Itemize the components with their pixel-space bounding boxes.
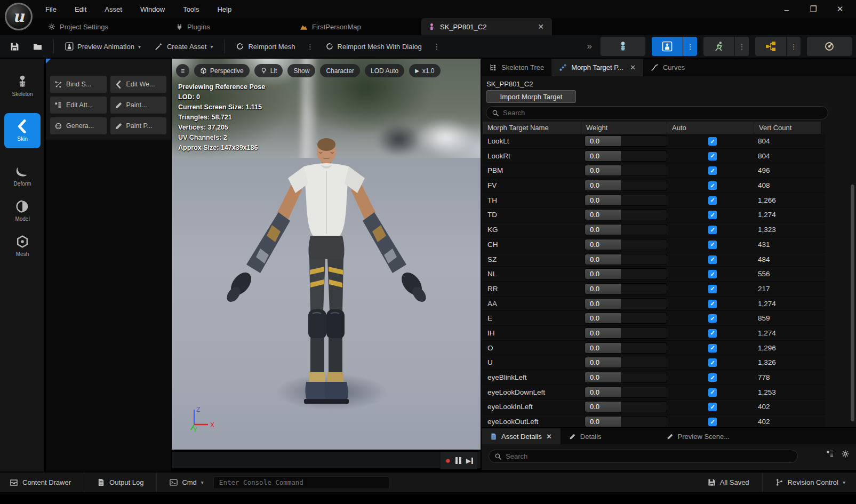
menu-item-window[interactable]: Window	[133, 3, 172, 15]
auto-checkbox[interactable]: ✓	[708, 152, 717, 161]
table-row[interactable]: TD 0.0 ✓ 1,274	[483, 207, 825, 222]
edit-weights-button[interactable]: Edit We...	[110, 76, 167, 93]
auto-checkbox[interactable]: ✓	[708, 314, 717, 323]
preview-animation-button[interactable]: Preview Animation▾	[60, 39, 146, 54]
auto-checkbox[interactable]: ✓	[708, 196, 717, 205]
import-morph-target-button[interactable]: Import Morph Target	[486, 90, 576, 103]
view-mode-selector[interactable]: Lit	[254, 64, 283, 77]
morph-weight-input[interactable]: 0.0	[585, 387, 667, 398]
table-row[interactable]: SZ 0.0 ✓ 484	[483, 252, 825, 267]
tab-preview-scene[interactable]: Preview Scene...	[658, 428, 739, 444]
animation-timeline[interactable]: ● ▶	[172, 451, 481, 468]
morph-search-input[interactable]	[503, 109, 822, 117]
console-command-input[interactable]	[213, 476, 389, 489]
sidebar-item-skin[interactable]: Skin	[4, 113, 41, 148]
auto-checkbox[interactable]: ✓	[708, 329, 717, 338]
auto-checkbox[interactable]: ✓	[708, 255, 717, 264]
details-search-input[interactable]	[506, 452, 792, 460]
table-row[interactable]: U 0.0 ✓ 1,326	[483, 355, 825, 370]
morph-weight-input[interactable]: 0.0	[585, 298, 667, 309]
morph-weight-input[interactable]: 0.0	[585, 195, 667, 206]
blueprint-editor-mode-button[interactable]	[755, 37, 786, 56]
reimport-mesh-with-dialog-button[interactable]: Reimport Mesh With Dialog	[321, 39, 427, 54]
menu-item-tools[interactable]: Tools	[176, 3, 206, 15]
table-row[interactable]: KG 0.0 ✓ 1,323	[483, 222, 825, 237]
table-row[interactable]: eyeLookOutLeft 0.0 ✓ 402	[483, 414, 825, 427]
auto-checkbox[interactable]: ✓	[708, 226, 717, 234]
column-header-weight[interactable]: Weight	[581, 122, 667, 134]
tab-project-settings[interactable]: Project Settings	[42, 18, 115, 35]
auto-checkbox[interactable]: ✓	[708, 181, 717, 190]
morph-weight-input[interactable]: 0.0	[585, 239, 667, 250]
auto-checkbox[interactable]: ✓	[708, 137, 717, 146]
kebab-menu-icon[interactable]: ⋮	[431, 42, 443, 51]
reimport-mesh-button[interactable]: Reimport Mesh	[231, 39, 300, 54]
morph-weight-input[interactable]: 0.0	[585, 165, 667, 176]
column-header-vert-count[interactable]: Vert Count	[754, 122, 821, 134]
edit-attributes-button[interactable]: Edit Att...	[50, 97, 107, 114]
tab-first-person-map[interactable]: FirstPersonMap	[293, 18, 367, 35]
pause-button[interactable]	[455, 457, 461, 464]
morph-weight-input[interactable]: 0.0	[585, 342, 667, 354]
save-button[interactable]	[5, 39, 24, 54]
auto-checkbox[interactable]: ✓	[708, 388, 717, 397]
auto-checkbox[interactable]: ✓	[708, 270, 717, 278]
lod-selector[interactable]: LOD Auto	[365, 64, 404, 77]
browse-to-asset-button[interactable]	[28, 39, 47, 54]
table-row[interactable]: FV 0.0 ✓ 408	[483, 178, 825, 193]
table-row[interactable]: TH 0.0 ✓ 1,266	[483, 193, 825, 208]
generate-button[interactable]: Genera...	[50, 117, 107, 134]
table-row[interactable]: AA 0.0 ✓ 1,274	[483, 297, 825, 311]
morph-weight-input[interactable]: 0.0	[585, 209, 667, 220]
character-menu-button[interactable]: Character	[320, 64, 360, 77]
table-row[interactable]: PBM 0.0 ✓ 496	[483, 163, 825, 178]
skeletal-mesh-editor-mode-button[interactable]	[652, 37, 683, 56]
morph-weight-input[interactable]: 0.0	[585, 254, 667, 265]
auto-checkbox[interactable]: ✓	[708, 403, 717, 411]
auto-checkbox[interactable]: ✓	[708, 358, 717, 367]
morph-weight-input[interactable]: 0.0	[585, 268, 667, 279]
table-row[interactable]: CH 0.0 ✓ 431	[483, 237, 825, 252]
menu-item-edit[interactable]: Edit	[68, 3, 93, 15]
morph-weight-input[interactable]: 0.0	[585, 357, 667, 368]
auto-checkbox[interactable]: ✓	[708, 300, 717, 308]
tab-morph-target-previewer[interactable]: Morph Target P... ✕	[551, 59, 643, 76]
sidebar-item-model[interactable]: Model	[0, 193, 45, 228]
menu-item-asset[interactable]: Asset	[98, 3, 129, 15]
table-row[interactable]: NL 0.0 ✓ 556	[483, 267, 825, 282]
morph-weight-input[interactable]: 0.0	[585, 283, 667, 294]
show-menu-button[interactable]: Show	[287, 64, 315, 77]
tab-close-icon[interactable]: ✕	[546, 433, 552, 441]
step-forward-button[interactable]: ▶	[466, 457, 473, 465]
create-asset-button[interactable]: Create Asset▾	[150, 39, 218, 54]
content-drawer-button[interactable]: Content Drawer	[3, 475, 77, 490]
perspective-selector[interactable]: Perspective	[194, 64, 250, 77]
cmd-selector[interactable]: Cmd ▾	[163, 475, 210, 490]
paint-props-button[interactable]: Paint P...	[110, 117, 167, 134]
blueprint-mode-options-icon[interactable]: ⋮	[787, 37, 801, 56]
record-button[interactable]: ●	[445, 456, 450, 465]
character-preview-mesh[interactable]	[209, 133, 444, 411]
column-header-auto[interactable]: Auto	[667, 122, 754, 134]
table-row[interactable]: eyeLookInLeft 0.0 ✓ 402	[483, 399, 825, 414]
morph-weight-input[interactable]: 0.0	[585, 416, 667, 427]
kebab-menu-icon[interactable]: ⋮	[305, 42, 316, 51]
morph-weight-input[interactable]: 0.0	[585, 327, 667, 339]
table-row[interactable]: E 0.0 ✓ 859	[483, 311, 825, 326]
tab-asset-details[interactable]: Asset Details ✕	[482, 428, 561, 444]
unreal-logo[interactable]: u	[5, 3, 33, 30]
animation-editor-mode-button[interactable]	[703, 37, 734, 56]
settings-gear-icon[interactable]	[841, 450, 850, 458]
table-row[interactable]: eyeBlinkLeft 0.0 ✓ 778	[483, 370, 825, 385]
viewport-menu-button[interactable]: ≡	[176, 64, 189, 77]
vertical-scrollbar[interactable]	[851, 185, 854, 421]
morph-weight-input[interactable]: 0.0	[585, 224, 667, 235]
minimize-button[interactable]: –	[779, 3, 794, 15]
table-row[interactable]: RR 0.0 ✓ 217	[483, 282, 825, 297]
auto-checkbox[interactable]: ✓	[708, 285, 717, 293]
table-row[interactable]: eyeLookDownLeft 0.0 ✓ 1,253	[483, 385, 825, 400]
morph-weight-input[interactable]: 0.0	[585, 401, 667, 412]
morph-weight-input[interactable]: 0.0	[585, 135, 667, 147]
close-button[interactable]: ✕	[833, 3, 847, 15]
tab-details[interactable]: Details	[561, 428, 610, 444]
